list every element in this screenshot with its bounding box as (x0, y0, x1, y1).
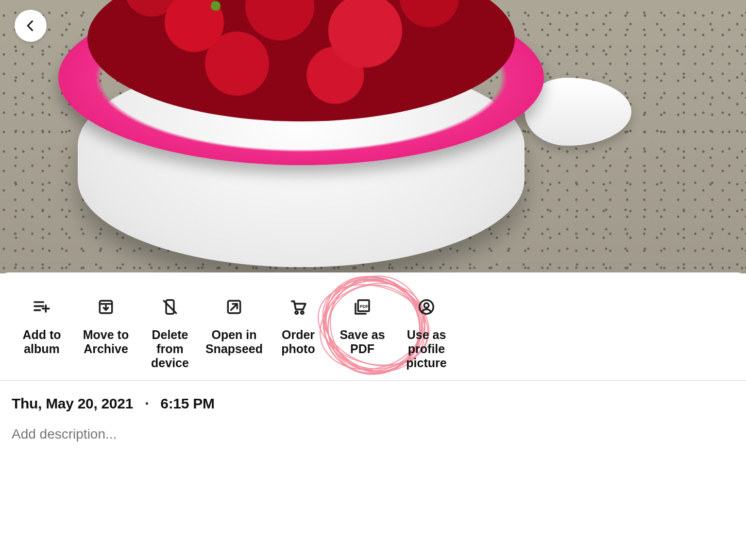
playlist-add-icon (32, 296, 51, 318)
photo-preview (0, 0, 746, 273)
use-as-profile-picture-button[interactable]: Use as profile picture (394, 296, 458, 370)
action-label: Order photo (266, 328, 330, 356)
save-as-pdf-button[interactable]: PDF Save as PDF (330, 296, 394, 370)
photo-subject-bowl (58, 0, 573, 262)
action-label: Delete from device (138, 328, 202, 370)
photo-meta: Thu, May 20, 2021 · 6:15 PM (0, 381, 746, 415)
add-to-album-button[interactable]: Add to album (10, 296, 74, 370)
description-row (0, 415, 746, 454)
action-row: Add to album Move to Archive Delete (0, 281, 746, 381)
svg-point-24 (301, 311, 304, 314)
svg-point-23 (295, 311, 298, 314)
photo-date: Thu, May 20, 2021 (12, 395, 133, 411)
cart-icon (288, 296, 308, 318)
separator-dot: · (145, 395, 149, 411)
svg-point-28 (424, 303, 429, 308)
pdf-icon: PDF (352, 296, 373, 318)
blank-space (0, 454, 746, 556)
open-external-icon (225, 296, 243, 318)
description-input[interactable] (12, 426, 734, 442)
photo-datetime: Thu, May 20, 2021 · 6:15 PM (12, 395, 734, 412)
action-label: Open in Snapseed (202, 328, 266, 356)
back-button[interactable] (15, 10, 47, 42)
order-photo-button[interactable]: Order photo (266, 296, 330, 370)
open-in-snapseed-button[interactable]: Open in Snapseed (202, 296, 266, 370)
action-label: Use as profile picture (394, 328, 458, 370)
delete-from-device-button[interactable]: Delete from device (138, 296, 202, 370)
phone-off-icon (161, 296, 179, 318)
svg-text:PDF: PDF (360, 304, 369, 309)
svg-line-22 (231, 304, 237, 310)
photo-time: 6:15 PM (160, 395, 214, 411)
chevron-left-icon (24, 19, 37, 33)
profile-icon (417, 296, 436, 318)
action-label: Move to Archive (74, 328, 138, 356)
action-label: Add to album (10, 328, 74, 356)
archive-icon (97, 296, 115, 318)
bottom-sheet: Add to album Move to Archive Delete (0, 272, 746, 556)
action-label: Save as PDF (330, 328, 394, 356)
move-to-archive-button[interactable]: Move to Archive (74, 296, 138, 370)
